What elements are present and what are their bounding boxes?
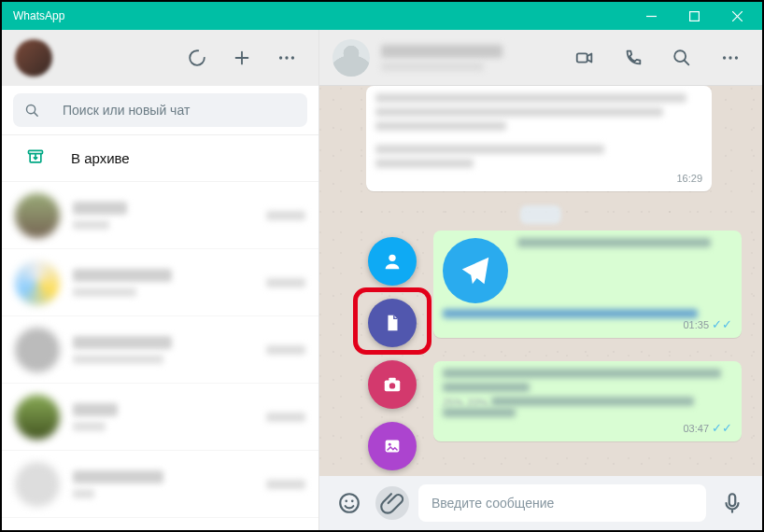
maximize-button[interactable] [672,2,715,30]
svg-rect-21 [729,494,736,506]
voice-call-icon[interactable] [615,39,652,77]
contact-avatar[interactable] [332,39,370,77]
svg-point-14 [389,383,395,388]
list-item[interactable] [2,384,318,451]
search-wrap: Поиск или новый чат [2,86,318,135]
attach-gallery-button[interactable] [368,422,417,470]
svg-rect-15 [389,378,395,382]
svg-point-17 [389,443,391,446]
list-item[interactable] [2,249,318,316]
attach-menu [368,237,417,470]
archive-label: В архиве [71,150,130,166]
message-input[interactable]: Введите сообщение [418,484,706,522]
search-placeholder: Поиск или новый чат [63,103,190,118]
left-panel: Поиск или новый чат В архиве [2,30,319,530]
titlebar: WhatsApp [2,2,762,30]
left-header [2,30,318,86]
archive-icon [26,147,45,170]
list-item[interactable] [2,451,318,518]
messages-area: 16:29 01:35✓✓ [319,86,762,476]
close-button[interactable] [715,2,758,30]
chat-header [319,30,762,86]
svg-point-2 [279,56,282,59]
attach-document-button[interactable] [368,299,417,347]
svg-point-19 [345,500,347,503]
status-icon[interactable] [178,39,216,77]
chat-menu-icon[interactable] [712,39,749,77]
message-outgoing[interactable]: 25% 20% 03:47✓✓ [433,361,742,441]
message-incoming[interactable]: 16:29 [366,86,712,191]
menu-icon[interactable] [268,39,305,77]
attach-camera-button[interactable] [368,360,417,409]
archive-row[interactable]: В архиве [2,135,318,182]
svg-point-11 [735,56,738,59]
search-input[interactable]: Поиск или новый чат [13,93,307,127]
contact-title[interactable] [381,45,555,71]
svg-point-10 [729,56,731,59]
window-controls [630,2,758,30]
message-placeholder: Введите сообщение [432,496,554,511]
minimize-button[interactable] [630,2,672,30]
new-chat-icon[interactable] [223,39,261,77]
app-window: WhatsApp [0,0,764,532]
svg-point-1 [190,50,205,65]
mic-icon[interactable] [715,486,749,520]
window-title: WhatsApp [13,9,64,22]
message-time: 01:35 [683,319,709,330]
list-item[interactable] [2,316,318,384]
emoji-icon[interactable] [332,486,366,520]
svg-point-12 [389,255,395,261]
message-outgoing[interactable]: 01:35✓✓ [433,231,742,338]
message-time: 03:47 [683,423,709,434]
svg-point-3 [285,56,288,59]
svg-point-18 [340,494,359,512]
telegram-icon [443,238,508,303]
composer: Введите сообщение [319,476,762,530]
message-time: 16:29 [676,173,702,184]
read-checks-icon: ✓✓ [712,422,732,434]
right-panel: 16:29 01:35✓✓ [319,30,762,530]
chat-search-icon[interactable] [663,39,700,77]
list-item[interactable] [2,182,318,249]
date-chip [520,205,561,224]
svg-point-20 [351,500,354,503]
content: Поиск или новый чат В архиве [2,30,762,530]
attach-icon[interactable] [375,486,409,520]
video-call-icon[interactable] [566,39,603,77]
svg-point-4 [291,56,294,59]
svg-rect-7 [577,53,587,62]
svg-point-9 [723,56,726,59]
search-icon [24,103,40,119]
read-checks-icon: ✓✓ [712,318,732,330]
chat-list [2,182,318,530]
my-avatar[interactable] [15,39,52,77]
svg-rect-0 [689,11,699,21]
attach-contact-button[interactable] [368,237,417,286]
